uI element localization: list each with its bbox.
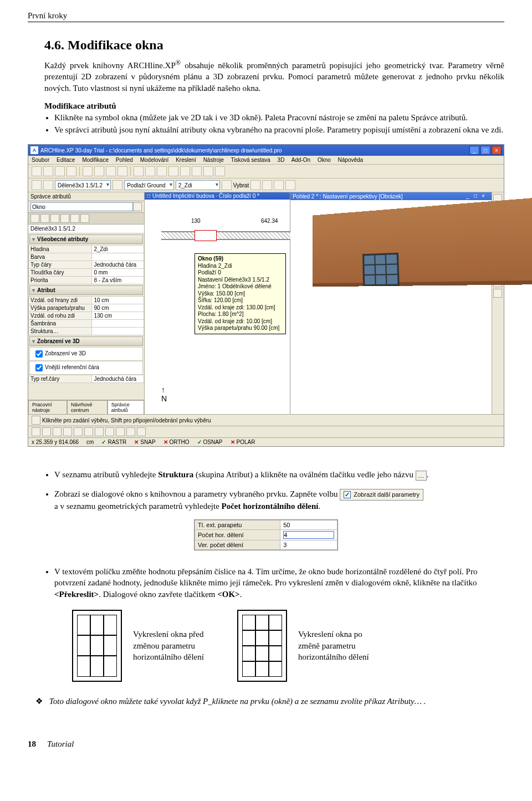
draw-tool[interactable] [74, 427, 83, 436]
menu-item[interactable]: Okno [318, 157, 331, 163]
menu-item[interactable]: Modelování [140, 157, 169, 163]
menu-item[interactable]: Nápověda [338, 157, 364, 163]
close-button[interactable]: × [492, 146, 502, 155]
panel-btn[interactable] [60, 214, 69, 223]
param-value[interactable]: 50 [280, 521, 337, 530]
section-attribute[interactable]: ▾Atribut [29, 285, 143, 295]
view-3d[interactable]: Pohled 2 * : Nastavení perspektivy [Obrá… [290, 192, 492, 414]
attr-value[interactable] [92, 253, 144, 261]
draw-tool[interactable] [32, 427, 40, 436]
panel-tab[interactable]: Pracovní nástroje [28, 400, 67, 414]
menu-item[interactable]: Soubor [32, 157, 49, 163]
sub-close[interactable]: × [482, 193, 489, 200]
attr-value[interactable]: 0 mm [92, 269, 144, 277]
toolbar-button[interactable] [117, 166, 127, 176]
attr-value[interactable] [92, 320, 144, 328]
draw-tool[interactable] [95, 427, 104, 436]
window-2d-symbol[interactable] [195, 230, 217, 241]
attr-value[interactable]: 2_Zdi [92, 246, 144, 253]
caption-line: změně parametru [298, 641, 356, 650]
toolbar-button[interactable] [192, 166, 202, 176]
attr-value[interactable]: 90 cm [92, 304, 144, 312]
attr-value[interactable]: 8 - Za vším [92, 277, 144, 284]
panel-btn[interactable] [40, 214, 49, 223]
attr-value[interactable]: 130 cm [92, 312, 144, 320]
panel-tab-active[interactable]: Správce atributů [108, 400, 144, 414]
maximize-button[interactable]: □ [480, 146, 490, 155]
toolbar-button[interactable] [106, 166, 116, 176]
x-icon: ✕ [134, 439, 139, 445]
menu-item[interactable]: Editace [57, 157, 75, 163]
draw-tool[interactable] [42, 427, 51, 436]
section-3d[interactable]: ▾Zobrazení ve 3D [29, 336, 143, 346]
menu-item[interactable]: Kreslení [176, 157, 196, 163]
attr-value[interactable]: Jednoduchá čára [92, 261, 144, 269]
draw-tool[interactable] [105, 427, 114, 436]
toolbar-button[interactable] [83, 166, 93, 176]
toolbar-button[interactable] [55, 166, 65, 176]
draw-tool[interactable] [126, 427, 135, 436]
menu-item[interactable]: 3D [278, 157, 285, 163]
side-tool[interactable] [493, 289, 502, 298]
attr-value[interactable]: 10 cm [92, 297, 144, 304]
toolbar-button[interactable] [285, 180, 295, 190]
menu-item[interactable]: Pohled [116, 157, 133, 163]
toolbar-button[interactable] [134, 166, 144, 176]
draw-tool[interactable] [84, 427, 93, 436]
menu-item[interactable]: Tisková sestava [231, 157, 270, 163]
draw-tool[interactable] [137, 427, 146, 436]
view-2d[interactable]: □ Untitled Implicitní budova · Číslo pod… [145, 192, 290, 414]
panel-tab[interactable]: Návrhové centrum [67, 400, 108, 414]
checkbox-3d[interactable] [35, 350, 43, 358]
sub-maximize[interactable]: □ [474, 193, 482, 200]
scale-combo[interactable]: Dělené3x3 1.5/1.2 [55, 180, 111, 190]
sub-minimize[interactable]: _ [466, 193, 474, 200]
param-value[interactable]: 3 [280, 540, 337, 550]
draw-tool[interactable] [63, 427, 72, 436]
toolbar-button[interactable] [112, 180, 122, 190]
toolbar-button[interactable] [43, 180, 53, 190]
toolbar-button[interactable] [94, 166, 104, 176]
status-toggle[interactable]: POLAR [237, 439, 255, 445]
status-toggle[interactable]: ORTHO [170, 439, 190, 445]
menu-item[interactable]: Nástroje [203, 157, 224, 163]
layer-combo[interactable]: 2_Zdi [176, 180, 220, 190]
toolbar-button[interactable] [203, 166, 213, 176]
toolbar-button[interactable] [32, 166, 42, 176]
draw-tool[interactable] [53, 427, 62, 436]
status-toggle[interactable]: RASTR [108, 439, 126, 445]
dropdown-icon[interactable] [133, 202, 142, 211]
panel-btn[interactable] [70, 214, 79, 223]
show-more-params-checkbox[interactable]: ✓ Zobrazit další parametry [340, 489, 423, 501]
menu-item[interactable]: Add-On [291, 157, 310, 163]
panel-btn[interactable] [80, 214, 89, 223]
toolbar-button[interactable] [222, 180, 232, 190]
toolbar-button[interactable] [168, 166, 178, 176]
draw-tool[interactable] [116, 427, 125, 436]
attr-value[interactable]: Jednoduchá čára [92, 375, 144, 383]
section-general[interactable]: ▾Všeobecné atributy [29, 234, 143, 244]
panel-btn[interactable] [50, 214, 59, 223]
coords: x 25.359 y 814.066 [32, 439, 79, 445]
toolbar-button[interactable] [215, 166, 225, 176]
panel-btn[interactable] [30, 214, 39, 223]
toolbar-button[interactable] [66, 166, 76, 176]
toolbar-button[interactable] [157, 166, 167, 176]
type-input[interactable] [30, 202, 133, 211]
checkbox-refline[interactable] [35, 364, 43, 371]
status-toggle[interactable]: OSNAP [203, 439, 223, 445]
ellipsis-button[interactable]: … [416, 471, 427, 481]
status-toggle[interactable]: SNAP [140, 439, 155, 445]
toolbar-button[interactable] [262, 180, 272, 190]
floor-combo[interactable]: Podlaží Ground [124, 180, 174, 190]
toolbar-button[interactable] [43, 166, 53, 176]
minimize-button[interactable]: _ [469, 146, 479, 155]
attr-value[interactable] [92, 328, 144, 335]
toolbar-button[interactable] [32, 180, 42, 190]
toolbar-button[interactable] [274, 180, 284, 190]
param-input-active[interactable] [283, 531, 334, 539]
toolbar-button[interactable] [250, 180, 260, 190]
toolbar-button[interactable] [180, 166, 190, 176]
toolbar-button[interactable] [145, 166, 155, 176]
menu-item[interactable]: Modifikace [82, 157, 109, 163]
